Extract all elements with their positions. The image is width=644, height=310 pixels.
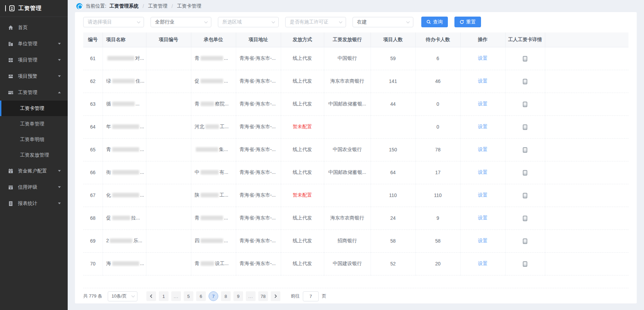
column-header: 发放方式 (281, 32, 324, 47)
cell-filler (545, 47, 628, 70)
sidebar-item-wage-mgmt[interactable]: 工资管理 (0, 84, 68, 101)
page-button[interactable]: 6 (196, 291, 206, 301)
cabinet-icon (8, 74, 13, 79)
sidebar-item-wage-issue-mgmt[interactable]: 工资发放管理 (0, 147, 68, 163)
industry-select[interactable]: 全部行业 (151, 17, 211, 27)
cell-contractor: 青察院... (191, 93, 236, 115)
query-button[interactable]: 查询 (421, 17, 448, 27)
settings-link[interactable]: 设置 (478, 101, 488, 106)
settings-link[interactable]: 设置 (478, 169, 488, 175)
settings-link[interactable]: 设置 (478, 124, 488, 129)
query-button-label: 查询 (433, 19, 443, 25)
settings-link[interactable]: 设置 (478, 147, 488, 152)
wage-card-detail-icon[interactable] (523, 238, 527, 244)
page-button[interactable]: 5 (184, 291, 193, 301)
cell-people-count: 150 (371, 138, 415, 161)
chevron-down-icon (204, 20, 208, 23)
project-select[interactable]: 请选择项目 (83, 17, 144, 27)
cell-project-name: 衙... (103, 161, 146, 184)
total-count: 共 779 条 (83, 293, 102, 299)
cell-wage-card-detail (505, 47, 545, 70)
cell-project-code (146, 207, 191, 229)
sidebar-item-home[interactable]: 首页 (0, 19, 68, 36)
settings-link[interactable]: 设置 (478, 238, 488, 243)
sidebar-item-unit-mgmt[interactable]: 单位管理 (0, 36, 68, 52)
cell-pending-cards: 78 (415, 138, 460, 161)
settings-link[interactable]: 设置 (478, 192, 488, 198)
status-select-value: 在建 (357, 19, 367, 25)
cell-pending-cards: 58 (415, 229, 460, 252)
cell-pay-method: 线上代发 (281, 161, 324, 184)
cell-project-code (146, 93, 191, 115)
cell-project-name: 青... (103, 138, 146, 161)
wage-card-detail-icon[interactable] (523, 56, 527, 62)
reset-button[interactable]: 重置 (454, 17, 481, 27)
settings-link[interactable]: 设置 (478, 261, 488, 266)
search-icon (426, 20, 431, 24)
cell-pending-cards: 6 (415, 47, 460, 70)
cell-contractor: 四... (191, 229, 236, 252)
sidebar-item-wage-card-mgmt[interactable]: 工资卡管理 (0, 101, 68, 116)
cell-id: 64 (83, 115, 103, 138)
wage-card-detail-icon[interactable] (523, 79, 527, 84)
settings-link[interactable]: 设置 (478, 78, 488, 84)
cell-project-name: 促拉... (103, 207, 146, 229)
report-icon (8, 201, 13, 206)
page-button[interactable]: 78 (258, 291, 268, 301)
prev-page-button[interactable] (146, 291, 156, 301)
cell-project-code (146, 47, 191, 70)
column-header: 项目人数 (371, 32, 415, 47)
table-row: 67 化... 陕工... 青海省-海东市-... 暂未配置 110 110 设… (83, 184, 628, 207)
page-button[interactable]: 9 (233, 291, 243, 301)
sidebar-item-project-mgmt[interactable]: 项目管理 (0, 52, 68, 68)
submenu-item-label: 工资卡管理 (20, 105, 44, 112)
settings-link[interactable]: 设置 (478, 215, 488, 220)
cell-id: 65 (83, 138, 103, 161)
redacted-text (110, 238, 132, 243)
wage-card-detail-icon[interactable] (523, 124, 527, 130)
svg-text:¥: ¥ (9, 170, 11, 173)
sidebar-item-project-alert[interactable]: 项目预警 (0, 68, 68, 84)
permit-select[interactable]: 是否有施工许可证 (285, 17, 346, 27)
sidebar-item-report-stats[interactable]: 报表统计 (0, 195, 68, 212)
cell-filler (545, 229, 628, 252)
settings-link[interactable]: 设置 (478, 55, 488, 61)
wage-card-detail-icon[interactable] (523, 102, 527, 107)
wage-card-detail-icon[interactable] (523, 147, 527, 153)
page-ellipsis: ... (246, 291, 256, 301)
redacted-text (201, 238, 223, 243)
cell-wage-card-detail (505, 229, 545, 252)
page-size-select[interactable]: 10条/页 (108, 291, 137, 301)
cell-wage-card-detail (505, 93, 545, 115)
goto-page-input[interactable] (303, 291, 319, 301)
region-select[interactable]: 所选区域 (218, 17, 279, 27)
submenu-item-label: 工资单明细 (20, 137, 44, 143)
logo-divider (5, 5, 6, 11)
cell-contractor: 青设工... (191, 252, 236, 275)
wage-card-detail-icon[interactable] (523, 216, 527, 221)
wage-card-detail-icon[interactable] (523, 261, 527, 267)
column-header: 工资发放银行 (324, 32, 371, 47)
chevron-down-icon (339, 20, 343, 23)
status-select[interactable]: 在建 (353, 17, 413, 27)
sidebar-item-credit-rating[interactable]: ¥ 信用评级 (0, 179, 68, 195)
sidebar-item-fund-account[interactable]: ¥ 资金账户配置 (0, 163, 68, 179)
table-container: 编号项目名称项目编号承包单位项目地址发放方式工资发放银行项目人数待办卡人数操作工… (75, 32, 637, 275)
cabinet-icon (8, 57, 13, 63)
redacted-text (112, 261, 139, 266)
sidebar-item-payslip-mgmt[interactable]: 工资单管理 (0, 116, 68, 132)
sidebar-item-payslip-detail[interactable]: 工资单明细 (0, 132, 68, 147)
next-page-button[interactable] (271, 291, 280, 301)
redacted-text (112, 147, 139, 152)
chevron-down-icon (58, 170, 61, 172)
page-button[interactable]: 1 (159, 291, 169, 301)
pagination-bar: 共 779 条 10条/页 1...56789...78 前往 页 (83, 288, 628, 301)
page-button[interactable]: 8 (221, 291, 231, 301)
column-header: 承包单位 (191, 32, 236, 47)
wage-card-detail-icon[interactable] (523, 170, 527, 176)
cell-filler (545, 252, 628, 275)
column-header: 工人工资卡详情 (505, 32, 545, 47)
sidebar-item-label: 项目预警 (18, 73, 37, 79)
wage-card-detail-icon[interactable] (523, 193, 527, 198)
page-button-active[interactable]: 7 (209, 291, 218, 301)
